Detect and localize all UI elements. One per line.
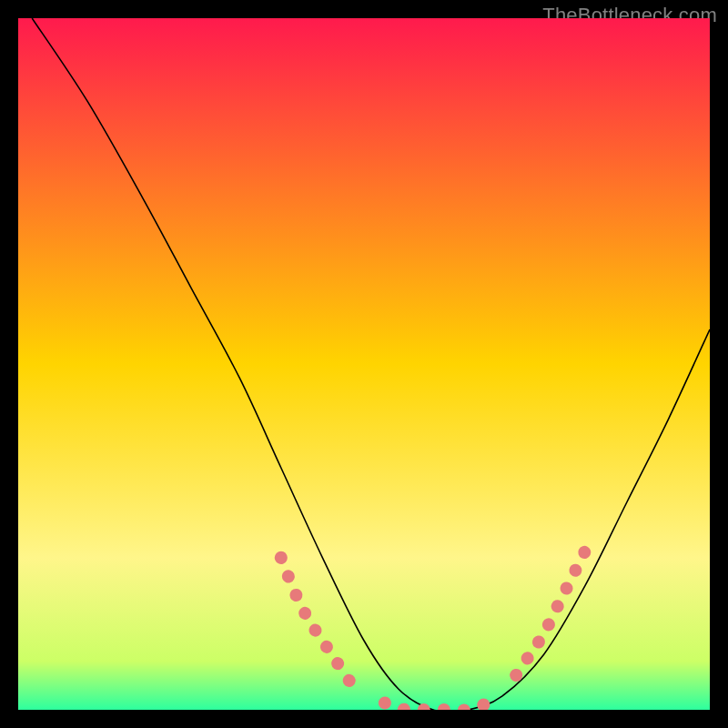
chart-frame: TheBottleneck.com <box>0 0 728 728</box>
gradient-background <box>18 18 710 710</box>
plot-area <box>18 18 710 710</box>
chart-svg <box>18 18 710 710</box>
